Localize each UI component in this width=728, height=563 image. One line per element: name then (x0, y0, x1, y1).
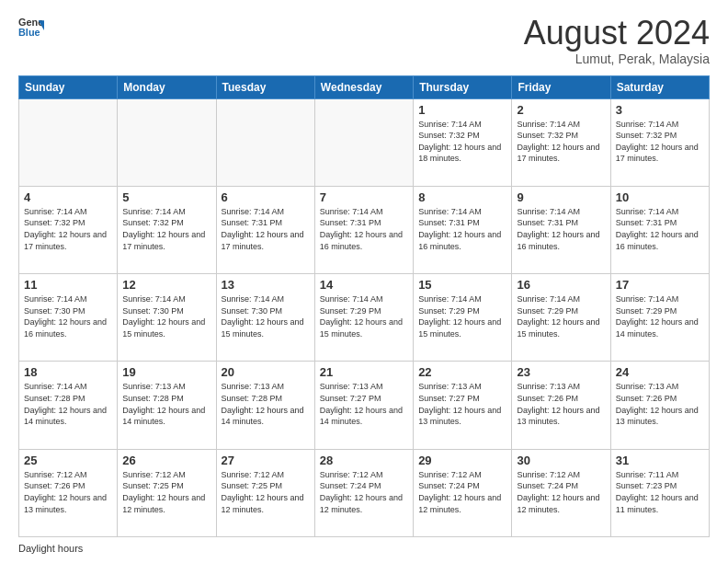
calendar-cell: 13Sunrise: 7:14 AM Sunset: 7:30 PM Dayli… (216, 274, 314, 362)
calendar-cell: 30Sunrise: 7:12 AM Sunset: 7:24 PM Dayli… (512, 449, 610, 536)
week-row-5: 25Sunrise: 7:12 AM Sunset: 7:26 PM Dayli… (19, 449, 710, 536)
calendar-cell: 16Sunrise: 7:14 AM Sunset: 7:29 PM Dayli… (512, 274, 610, 362)
day-number: 1 (418, 103, 506, 117)
day-info: Sunrise: 7:14 AM Sunset: 7:31 PM Dayligh… (222, 206, 310, 252)
day-number: 7 (320, 190, 408, 204)
day-info: Sunrise: 7:12 AM Sunset: 7:25 PM Dayligh… (222, 469, 310, 515)
day-number: 12 (122, 278, 210, 292)
day-number: 5 (122, 190, 210, 204)
day-header-tuesday: Tuesday (216, 75, 314, 98)
day-number: 31 (616, 454, 704, 467)
day-number: 14 (320, 278, 408, 292)
day-number: 3 (616, 103, 704, 117)
day-number: 30 (517, 454, 605, 467)
day-info: Sunrise: 7:13 AM Sunset: 7:27 PM Dayligh… (418, 381, 506, 427)
day-header-wednesday: Wednesday (314, 75, 413, 98)
calendar-cell: 26Sunrise: 7:12 AM Sunset: 7:25 PM Dayli… (118, 449, 216, 536)
day-header-thursday: Thursday (414, 75, 512, 98)
day-number: 2 (517, 103, 605, 117)
day-info: Sunrise: 7:13 AM Sunset: 7:26 PM Dayligh… (517, 381, 605, 427)
week-row-1: 1Sunrise: 7:14 AM Sunset: 7:32 PM Daylig… (19, 98, 710, 186)
day-info: Sunrise: 7:14 AM Sunset: 7:31 PM Dayligh… (418, 206, 506, 252)
header-row: SundayMondayTuesdayWednesdayThursdayFrid… (19, 75, 710, 98)
calendar-subtitle: Lumut, Perak, Malaysia (524, 52, 710, 66)
day-number: 18 (24, 365, 112, 379)
calendar-cell: 31Sunrise: 7:11 AM Sunset: 7:23 PM Dayli… (610, 449, 709, 536)
calendar-cell: 12Sunrise: 7:14 AM Sunset: 7:30 PM Dayli… (118, 274, 216, 362)
day-number: 24 (616, 365, 704, 379)
calendar-cell: 22Sunrise: 7:13 AM Sunset: 7:27 PM Dayli… (414, 362, 512, 449)
day-info: Sunrise: 7:12 AM Sunset: 7:24 PM Dayligh… (320, 469, 408, 515)
day-info: Sunrise: 7:14 AM Sunset: 7:32 PM Dayligh… (122, 206, 210, 252)
svg-text:Blue: Blue (18, 27, 40, 38)
day-number: 29 (418, 454, 506, 467)
calendar-cell: 4Sunrise: 7:14 AM Sunset: 7:32 PM Daylig… (19, 186, 118, 273)
day-number: 27 (222, 454, 310, 467)
footer: Daylight hours (18, 543, 710, 554)
day-number: 28 (320, 454, 408, 467)
calendar-cell: 24Sunrise: 7:13 AM Sunset: 7:26 PM Dayli… (610, 362, 709, 449)
day-header-friday: Friday (512, 75, 610, 98)
day-info: Sunrise: 7:13 AM Sunset: 7:26 PM Dayligh… (616, 381, 704, 427)
day-number: 8 (418, 190, 506, 204)
day-info: Sunrise: 7:14 AM Sunset: 7:29 PM Dayligh… (616, 293, 704, 339)
calendar-cell: 27Sunrise: 7:12 AM Sunset: 7:25 PM Dayli… (216, 449, 314, 536)
day-info: Sunrise: 7:14 AM Sunset: 7:31 PM Dayligh… (517, 206, 605, 252)
day-info: Sunrise: 7:14 AM Sunset: 7:30 PM Dayligh… (24, 293, 112, 339)
calendar-cell: 2Sunrise: 7:14 AM Sunset: 7:32 PM Daylig… (512, 98, 610, 186)
day-number: 22 (418, 365, 506, 379)
day-number: 23 (517, 365, 605, 379)
calendar-cell: 20Sunrise: 7:13 AM Sunset: 7:28 PM Dayli… (216, 362, 314, 449)
day-number: 6 (222, 190, 310, 204)
page: General Blue August 2024 Lumut, Perak, M… (0, 0, 728, 563)
calendar-cell: 8Sunrise: 7:14 AM Sunset: 7:31 PM Daylig… (414, 186, 512, 273)
day-number: 21 (320, 365, 408, 379)
day-info: Sunrise: 7:11 AM Sunset: 7:23 PM Dayligh… (616, 469, 704, 515)
day-number: 20 (222, 365, 310, 379)
day-number: 4 (24, 190, 112, 204)
day-info: Sunrise: 7:13 AM Sunset: 7:28 PM Dayligh… (122, 381, 210, 427)
calendar-cell: 7Sunrise: 7:14 AM Sunset: 7:31 PM Daylig… (314, 186, 413, 273)
day-info: Sunrise: 7:14 AM Sunset: 7:30 PM Dayligh… (222, 293, 310, 339)
week-row-4: 18Sunrise: 7:14 AM Sunset: 7:28 PM Dayli… (19, 362, 710, 449)
day-number: 11 (24, 278, 112, 292)
day-number: 17 (616, 278, 704, 292)
day-number: 26 (122, 454, 210, 467)
day-number: 19 (122, 365, 210, 379)
day-number: 16 (517, 278, 605, 292)
calendar-cell: 3Sunrise: 7:14 AM Sunset: 7:32 PM Daylig… (610, 98, 709, 186)
day-info: Sunrise: 7:13 AM Sunset: 7:28 PM Dayligh… (222, 381, 310, 427)
calendar-cell: 11Sunrise: 7:14 AM Sunset: 7:30 PM Dayli… (19, 274, 118, 362)
day-header-sunday: Sunday (19, 75, 118, 98)
calendar-cell: 6Sunrise: 7:14 AM Sunset: 7:31 PM Daylig… (216, 186, 314, 273)
day-number: 25 (24, 454, 112, 467)
calendar-cell: 23Sunrise: 7:13 AM Sunset: 7:26 PM Dayli… (512, 362, 610, 449)
calendar-cell: 1Sunrise: 7:14 AM Sunset: 7:32 PM Daylig… (414, 98, 512, 186)
day-number: 10 (616, 190, 704, 204)
calendar-cell: 17Sunrise: 7:14 AM Sunset: 7:29 PM Dayli… (610, 274, 709, 362)
calendar-cell: 9Sunrise: 7:14 AM Sunset: 7:31 PM Daylig… (512, 186, 610, 273)
week-row-3: 11Sunrise: 7:14 AM Sunset: 7:30 PM Dayli… (19, 274, 710, 362)
calendar-cell: 29Sunrise: 7:12 AM Sunset: 7:24 PM Dayli… (414, 449, 512, 536)
logo-icon: General Blue (18, 15, 44, 40)
logo: General Blue (18, 15, 44, 40)
calendar-cell (216, 98, 314, 186)
calendar-cell: 5Sunrise: 7:14 AM Sunset: 7:32 PM Daylig… (118, 186, 216, 273)
calendar-cell: 10Sunrise: 7:14 AM Sunset: 7:31 PM Dayli… (610, 186, 709, 273)
day-info: Sunrise: 7:14 AM Sunset: 7:29 PM Dayligh… (320, 293, 408, 339)
calendar-cell (19, 98, 118, 186)
calendar-cell (118, 98, 216, 186)
day-info: Sunrise: 7:14 AM Sunset: 7:30 PM Dayligh… (122, 293, 210, 339)
calendar-table: SundayMondayTuesdayWednesdayThursdayFrid… (18, 75, 710, 537)
day-info: Sunrise: 7:14 AM Sunset: 7:29 PM Dayligh… (418, 293, 506, 339)
day-info: Sunrise: 7:14 AM Sunset: 7:32 PM Dayligh… (418, 119, 506, 165)
calendar-cell: 18Sunrise: 7:14 AM Sunset: 7:28 PM Dayli… (19, 362, 118, 449)
day-info: Sunrise: 7:12 AM Sunset: 7:26 PM Dayligh… (24, 469, 112, 515)
day-info: Sunrise: 7:14 AM Sunset: 7:32 PM Dayligh… (616, 119, 704, 165)
calendar-cell: 14Sunrise: 7:14 AM Sunset: 7:29 PM Dayli… (314, 274, 413, 362)
day-info: Sunrise: 7:12 AM Sunset: 7:24 PM Dayligh… (418, 469, 506, 515)
calendar-cell: 28Sunrise: 7:12 AM Sunset: 7:24 PM Dayli… (314, 449, 413, 536)
day-header-saturday: Saturday (610, 75, 709, 98)
calendar-title: August 2024 (524, 15, 710, 52)
daylight-hours-label: Daylight hours (18, 543, 83, 554)
